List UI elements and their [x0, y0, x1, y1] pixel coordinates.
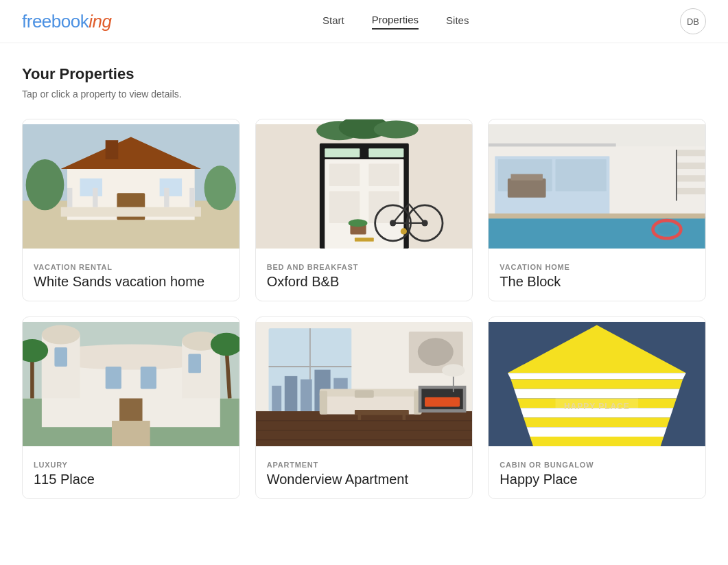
property-image-oxford: [256, 119, 473, 253]
logo-free: freebook: [22, 11, 89, 32]
svg-rect-23: [368, 148, 403, 157]
svg-rect-11: [164, 188, 169, 207]
svg-point-35: [373, 120, 418, 138]
property-card-115[interactable]: LUXURY 115 Place: [22, 316, 240, 499]
property-card-block[interactable]: VACATION HOME The Block: [488, 119, 706, 301]
property-name-happy: Happy Place: [500, 472, 694, 487]
nav-sites[interactable]: Sites: [446, 14, 469, 29]
svg-rect-60: [42, 335, 80, 399]
svg-rect-44: [489, 214, 705, 218]
svg-rect-69: [112, 421, 150, 446]
svg-rect-9: [67, 188, 72, 207]
property-info-white-sands: VACATION RENTAL White Sands vacation hom…: [23, 253, 239, 301]
property-card-oxford[interactable]: BED AND BREAKFAST Oxford B&B: [255, 119, 473, 301]
property-name-oxford: Oxford B&B: [267, 274, 462, 290]
page-subtitle: Tap or click a property to view details.: [22, 89, 706, 100]
property-image-wonderview: [256, 317, 473, 451]
svg-text:HAPPY PLACE: HAPPY PLACE: [564, 402, 630, 411]
main-content: Your Properties Tap or click a property …: [0, 43, 728, 521]
svg-rect-67: [188, 354, 201, 373]
property-type-oxford: BED AND BREAKFAST: [267, 263, 462, 271]
property-info-happy: CABIN OR BUNGALOW Happy Place: [489, 451, 705, 498]
property-image-white-sands: [23, 119, 239, 253]
svg-rect-91: [355, 390, 374, 397]
property-type-block: VACATION HOME: [500, 263, 694, 271]
svg-rect-89: [320, 391, 327, 414]
svg-rect-53: [489, 143, 616, 147]
property-image-115: [23, 317, 239, 451]
svg-point-96: [417, 338, 453, 366]
property-card-white-sands[interactable]: VACATION RENTAL White Sands vacation hom…: [22, 119, 240, 301]
svg-rect-55: [511, 174, 543, 180]
svg-point-14: [204, 165, 236, 210]
header: freebooking Start Properties Sites DB: [0, 0, 728, 43]
svg-point-24: [400, 228, 406, 234]
svg-rect-22: [325, 148, 360, 157]
svg-marker-111: [527, 427, 667, 437]
svg-rect-25: [355, 238, 374, 242]
svg-rect-84: [301, 380, 312, 411]
nav-properties[interactable]: Properties: [372, 14, 419, 30]
svg-rect-19: [368, 164, 399, 186]
property-card-wonderview[interactable]: APARTMENT Wonderview Apartment: [255, 316, 473, 499]
svg-rect-12: [189, 188, 194, 207]
property-info-wonderview: APARTMENT Wonderview Apartment: [256, 451, 473, 498]
svg-rect-64: [54, 347, 67, 367]
svg-rect-94: [402, 413, 406, 420]
nav-start[interactable]: Start: [322, 14, 344, 29]
svg-rect-6: [160, 178, 182, 196]
svg-rect-5: [80, 178, 102, 196]
svg-point-46: [658, 224, 676, 235]
svg-rect-49: [677, 175, 705, 181]
property-name-white-sands: White Sands vacation home: [34, 274, 228, 290]
svg-rect-52: [489, 124, 705, 146]
svg-rect-54: [508, 178, 546, 198]
svg-rect-50: [677, 188, 705, 194]
svg-rect-75: [256, 411, 473, 446]
svg-rect-4: [106, 140, 119, 159]
property-name-115: 115 Place: [34, 472, 228, 487]
property-image-happy: HAPPY PLACE: [489, 317, 705, 451]
property-type-115: LUXURY: [34, 461, 228, 469]
property-type-white-sands: VACATION RENTAL: [34, 263, 228, 271]
svg-marker-107: [514, 389, 679, 398]
property-card-happy[interactable]: HAPPY PLACE CABIN OR BUNGALOW Happy Plac…: [488, 316, 706, 499]
svg-rect-10: [93, 188, 97, 207]
svg-point-37: [348, 219, 367, 227]
main-nav: Start Properties Sites: [322, 14, 469, 30]
property-name-wonderview: Wonderview Apartment: [267, 472, 462, 487]
svg-rect-48: [677, 163, 705, 169]
svg-rect-99: [425, 397, 460, 407]
page-title: Your Properties: [22, 65, 706, 83]
svg-point-61: [42, 325, 80, 345]
svg-marker-112: [530, 437, 664, 446]
property-info-oxford: BED AND BREAKFAST Oxford B&B: [256, 253, 473, 301]
property-name-block: The Block: [500, 274, 694, 290]
logo-booking: ing: [89, 11, 111, 32]
property-type-happy: CABIN OR BUNGALOW: [500, 461, 694, 469]
svg-rect-66: [141, 367, 156, 389]
properties-grid: VACATION RENTAL White Sands vacation hom…: [22, 119, 706, 499]
svg-rect-20: [329, 191, 360, 222]
svg-rect-42: [556, 159, 607, 191]
logo: freebooking: [22, 11, 111, 32]
svg-marker-110: [524, 417, 670, 427]
svg-rect-65: [106, 367, 121, 389]
property-image-block: [489, 119, 705, 253]
property-info-115: LUXURY 115 Place: [23, 451, 239, 498]
svg-rect-18: [329, 164, 360, 186]
svg-point-13: [26, 159, 64, 210]
svg-rect-82: [272, 386, 281, 411]
svg-rect-93: [357, 413, 361, 420]
svg-rect-92: [355, 410, 409, 415]
user-avatar[interactable]: DB: [680, 8, 706, 34]
svg-rect-83: [284, 376, 297, 411]
svg-rect-47: [677, 150, 705, 156]
svg-rect-8: [61, 207, 201, 217]
svg-marker-105: [508, 373, 686, 379]
property-info-block: VACATION HOME The Block: [489, 253, 705, 301]
property-type-wonderview: APARTMENT: [267, 461, 462, 469]
svg-point-101: [442, 364, 465, 377]
svg-marker-106: [511, 380, 683, 389]
